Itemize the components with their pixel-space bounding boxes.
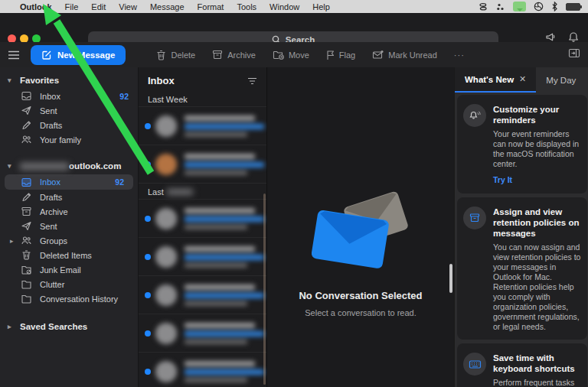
trash-icon: [21, 249, 32, 261]
flag-button[interactable]: Flag: [326, 50, 355, 60]
inbox-icon: [21, 90, 32, 102]
mark-unread-button[interactable]: Mark Unread: [372, 50, 437, 60]
sidebar-item-your-family[interactable]: Your family: [0, 132, 138, 147]
panel-tabs: What's New ✕ My Day: [455, 67, 588, 93]
sidebar-item-archive[interactable]: Archive: [0, 204, 138, 219]
menu-window[interactable]: Window: [270, 2, 299, 11]
sidebar-item-favorites-sent[interactable]: Sent: [0, 103, 138, 118]
unread-count-badge: 92: [119, 92, 129, 101]
unread-dot: [145, 330, 151, 337]
whats-new-card-shortcuts[interactable]: Save time with keyboard shortcuts Perfor…: [457, 343, 587, 387]
archive-button[interactable]: Archive: [212, 50, 256, 60]
favorites-section-header[interactable]: ▾ Favorites: [0, 72, 138, 89]
tab-whats-new[interactable]: What's New ✕: [455, 67, 536, 93]
list-item[interactable]: [139, 275, 266, 314]
menu-format[interactable]: Format: [198, 2, 224, 11]
chevron-right-icon: ▸: [8, 323, 14, 330]
empty-state-subtitle: Select a conversation to read.: [305, 308, 416, 317]
redacted-message-preview: [185, 285, 264, 306]
close-tab-icon[interactable]: ✕: [519, 74, 526, 84]
move-button[interactable]: Move: [273, 50, 309, 60]
flag-icon: [326, 50, 335, 60]
whats-new-card-retention[interactable]: Assign and view retention policies on me…: [457, 197, 587, 340]
sidebar-item-inbox-selected[interactable]: Inbox 92: [5, 174, 133, 190]
menu-view[interactable]: View: [119, 2, 137, 11]
layers-status-icon[interactable]: [478, 2, 488, 12]
pane-scrollbar[interactable]: [449, 264, 452, 293]
drafts-icon: [21, 119, 32, 131]
groups-icon: [21, 235, 32, 246]
folder-icon: [21, 278, 32, 290]
hamburger-menu-icon[interactable]: [8, 50, 20, 60]
message-list: Inbox Last Week Last: [138, 67, 267, 387]
sidebar-item-groups[interactable]: ▸ Groups: [0, 233, 138, 248]
menu-outlook[interactable]: Outlook: [20, 2, 52, 11]
avatar: [155, 285, 177, 306]
list-item[interactable]: [139, 199, 266, 237]
sidebar-item-conversation-history[interactable]: Conversation History: [0, 291, 138, 306]
sidebar-item-junk-email[interactable]: Junk Email: [0, 262, 138, 277]
delete-button[interactable]: Delete: [156, 50, 195, 60]
app-toolbar: New Message Delete Archive Move Flag Mar…: [0, 42, 588, 68]
retention-box-icon: [463, 207, 486, 229]
window-title-bar: Search: [0, 13, 588, 43]
fan-status-icon[interactable]: [534, 2, 544, 12]
battery-status-icon[interactable]: [566, 2, 580, 12]
menu-help[interactable]: Help: [312, 2, 330, 11]
unread-dot: [145, 161, 151, 167]
move-folder-icon: [273, 50, 284, 60]
menu-edit[interactable]: Edit: [91, 2, 106, 11]
section-label: Last: [139, 183, 266, 199]
list-item[interactable]: [139, 237, 266, 275]
menu-tools[interactable]: Tools: [237, 2, 256, 11]
new-message-button[interactable]: New Message: [31, 45, 126, 65]
saved-searches-header[interactable]: ▸ Saved Searches: [0, 318, 138, 335]
menu-bar-status-icons: [478, 2, 588, 12]
menu-file[interactable]: File: [65, 2, 79, 11]
avatar: [155, 323, 177, 344]
drafts-icon: [21, 191, 32, 203]
section-label: Last Week: [139, 91, 266, 106]
redacted-message-preview: [185, 154, 264, 175]
sidebar-item-deleted-items[interactable]: Deleted Items: [0, 248, 138, 262]
notifications-bell-icon[interactable]: [568, 31, 579, 43]
account-section-header[interactable]: ▾ outlook.com: [0, 158, 138, 174]
list-item[interactable]: [139, 145, 266, 183]
avatar: [155, 154, 177, 175]
tab-my-day[interactable]: My Day: [536, 67, 586, 93]
announcements-icon[interactable]: [545, 31, 557, 43]
unread-dot: [145, 254, 151, 260]
sidebar-item-drafts[interactable]: Drafts: [0, 190, 138, 204]
list-item[interactable]: [139, 352, 266, 387]
sidebar-item-clutter[interactable]: Clutter: [0, 277, 138, 291]
sent-icon: [21, 105, 32, 116]
list-item[interactable]: [139, 314, 266, 352]
bluetooth-status-icon[interactable]: [551, 2, 558, 12]
whats-new-card-reminders[interactable]: Customize your reminders Your event remi…: [457, 95, 587, 194]
account-name: outlook.com: [20, 161, 121, 171]
sidebar-item-sent[interactable]: Sent: [0, 219, 138, 233]
filter-icon[interactable]: [247, 77, 257, 85]
archive-icon: [212, 50, 223, 60]
sidebar-item-favorites-inbox[interactable]: Inbox 92: [0, 89, 138, 103]
green-app-status-icon[interactable]: [513, 2, 526, 12]
redacted-message-preview: [185, 361, 264, 382]
whats-new-panel: What's New ✕ My Day Customize your remin…: [454, 67, 588, 387]
unread-envelope-icon: [372, 50, 384, 60]
more-actions-button[interactable]: ···: [454, 50, 465, 60]
dots-status-icon[interactable]: [496, 2, 505, 12]
list-item[interactable]: [139, 106, 266, 145]
list-scrollbar[interactable]: [263, 194, 266, 385]
people-icon: [21, 134, 32, 145]
try-it-link[interactable]: Try It: [493, 175, 512, 184]
chevron-down-icon: ▾: [8, 76, 14, 84]
unread-count-badge: 92: [115, 177, 124, 187]
avatar: [155, 246, 177, 268]
redacted-account-name: [20, 163, 69, 170]
redacted-message-preview: [185, 323, 264, 344]
menu-message[interactable]: Message: [150, 2, 185, 11]
toggle-side-panel-icon[interactable]: [568, 48, 580, 58]
macos-menu-bar: Outlook File Edit View Message Format To…: [0, 0, 588, 13]
list-title: Inbox: [148, 75, 175, 86]
sidebar-item-favorites-drafts[interactable]: Drafts: [0, 118, 138, 132]
